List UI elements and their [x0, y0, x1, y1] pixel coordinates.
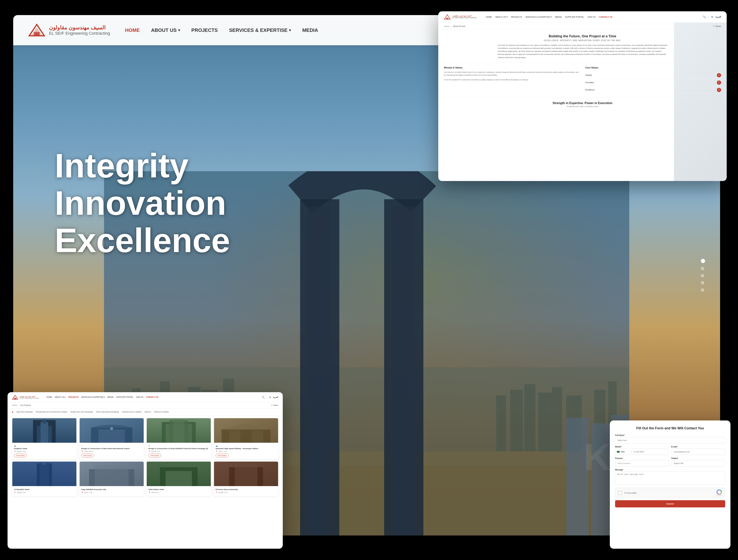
phone-number-input[interactable] — [631, 449, 669, 455]
email-field: E-mail* — [671, 446, 725, 455]
excellence-badge: 3 — [717, 88, 721, 92]
breadcrumb-share-button[interactable]: ↗ Share — [713, 25, 721, 27]
proj-share-button[interactable]: ↗ Share — [271, 404, 278, 406]
proj-card-1-location-icon: 📍 — [14, 451, 16, 452]
about-language-button[interactable]: العربية — [716, 16, 721, 18]
core-values-title: Core Values — [585, 66, 721, 69]
integrity-label: Integrity — [585, 74, 592, 76]
about-nav-projects[interactable]: PROJECTS — [511, 16, 522, 18]
filter-airports[interactable]: Airports — [144, 410, 151, 413]
scroll-dot-4[interactable] — [701, 281, 704, 285]
about-logo-english: EL SEIF Engineering Contracting — [453, 17, 476, 19]
proj-card-2-info: ✈ Design & Construction of New Doha Inte… — [79, 444, 144, 459]
svg-rect-69 — [165, 471, 192, 486]
proj-card-6-title: King Abdullah Economic City — [81, 488, 142, 491]
about-logo-svg — [444, 14, 451, 20]
scroll-dot-5[interactable] — [701, 288, 704, 292]
proj-search-icon[interactable]: 🔍 — [262, 396, 265, 398]
core-values-section: Core Values Integrity 1 Innovation 2 Exc… — [585, 66, 721, 94]
proj-card-4-btn[interactable]: View project — [216, 454, 229, 458]
about-nav-media[interactable]: MEDIA — [555, 16, 562, 18]
nav-media[interactable]: MEDIA — [302, 27, 318, 33]
about-nav-supplier[interactable]: SUPPLIER PORTAL — [565, 16, 584, 18]
innovation-label: Innovation — [585, 81, 594, 83]
about-dropdown-arrow: ▾ — [506, 16, 508, 18]
svg-rect-37 — [34, 32, 40, 36]
svg-rect-62 — [40, 463, 49, 486]
fullname-input[interactable] — [615, 437, 725, 444]
proj-nav-about[interactable]: ABOUT US▾ — [55, 396, 66, 398]
subject-input[interactable] — [671, 460, 725, 467]
nav-home[interactable]: HOME — [125, 27, 140, 33]
nav-about[interactable]: ABOUT US ▾ — [151, 27, 180, 33]
scroll-dot-3[interactable] — [701, 274, 704, 277]
filter-defense[interactable]: Defense Facilities — [154, 410, 169, 413]
proj-card-2-btn[interactable]: View project — [81, 454, 94, 458]
filter-healthcare[interactable]: Health care and Hospitality — [70, 410, 93, 413]
mobile-field: Mobile* 🇸🇦 +966 — [615, 446, 669, 455]
proj-card-5-location-icon: 📍 — [14, 492, 16, 494]
nav-projects[interactable]: PROJECTS — [191, 27, 218, 33]
proj-card-4-icon-row: 🚄 — [216, 445, 277, 447]
purpose-select[interactable]: Select purpose — [615, 460, 669, 467]
proj-nav-media[interactable]: MEDIA — [107, 396, 113, 398]
proj-card-1-btn[interactable]: View project — [14, 454, 27, 458]
proj-nav-services[interactable]: SERVICES & EXPERTISE▾ — [81, 396, 105, 398]
submit-button[interactable]: Submit — [615, 500, 725, 507]
email-input[interactable] — [671, 449, 725, 455]
about-nav-join[interactable]: JOIN US — [588, 16, 596, 18]
projects-grid-row2: Al Faisaliah Tower 📍 Riyadh, KSA — [8, 462, 283, 499]
svg-rect-45 — [40, 422, 48, 443]
breadcrumb-home[interactable]: Home — [444, 25, 449, 27]
proj-nav-contact[interactable]: CONTACT US — [146, 396, 158, 398]
services-dropdown-arrow: ▾ — [550, 16, 552, 18]
proj-nav-projects[interactable]: PROJECTS — [68, 396, 79, 398]
proj-card-8-image — [214, 462, 279, 486]
about-nav-services[interactable]: SERVICES & EXPERTISE ▾ — [525, 16, 551, 18]
proj-nav-supplier[interactable]: SUPPLIER PORTAL — [116, 396, 133, 398]
proj-language-button[interactable]: العربية — [273, 396, 278, 398]
mission-section: Mission & Values Our mission is to build… — [444, 66, 580, 94]
filter-highrise[interactable]: High-Rise Buildings — [16, 410, 33, 413]
proj-card-4-location-icon: 📍 — [216, 451, 218, 452]
about-search-icon[interactable]: 🔍 — [703, 15, 706, 18]
filter-specialized[interactable]: Other Specialized Buildings — [96, 410, 119, 413]
recaptcha-icon — [717, 490, 722, 495]
nav-services[interactable]: SERVICES & EXPERTISE ▾ — [229, 27, 291, 33]
about-hero-subtitle: EXCELLENCE, INTEGRITY, AND INNOVATION, E… — [446, 39, 719, 41]
about-settings-icon[interactable]: ⚙ — [711, 15, 713, 18]
about-nav-home[interactable]: HOME — [486, 16, 492, 18]
about-content-section: Mission & Values Our mission is to build… — [438, 63, 727, 98]
scroll-dot-1[interactable] — [701, 259, 705, 263]
proj-nav-join[interactable]: JOIN US — [136, 396, 143, 398]
about-hero-title: Building the Future, One Project at a Ti… — [446, 34, 719, 38]
proj-card-7-location: 📍 Abha, KSA — [148, 492, 209, 494]
proj-card-7-image — [146, 462, 211, 486]
filter-residential[interactable]: Residential and Commercial Complex — [36, 410, 67, 413]
proj-card-8-info: Princess Noura University 📍 Riyadh, KSA — [214, 487, 279, 496]
logo-text-block: السيف مهندسون مقاولون EL SEIF Engineerin… — [49, 24, 110, 36]
about-nav-about[interactable]: ABOUT US ▾ — [495, 16, 508, 18]
recaptcha-box: I'm not a robot reCAPTCHA — [615, 488, 725, 498]
proj-nav-home[interactable]: HOME — [47, 396, 52, 398]
proj-breadcrumb-home[interactable]: Home — [12, 404, 17, 406]
svg-rect-58 — [229, 431, 240, 443]
svg-rect-41 — [14, 398, 16, 399]
proj-card-1-image — [12, 418, 77, 443]
scroll-dot-2[interactable] — [701, 267, 704, 270]
message-textarea[interactable] — [615, 472, 725, 485]
proj-settings-icon[interactable]: ⚙ — [269, 396, 271, 398]
contact-title: Fill Out the Form and We Will Contact Yo… — [615, 426, 725, 431]
proj-card-1-icon-row: 🏢 — [14, 445, 75, 447]
fullname-label: Full Name* — [615, 434, 725, 436]
filter-infrastructure[interactable]: Infrastructure & Utilities — [122, 410, 141, 413]
proj-card-2-icon-row: ✈ — [81, 445, 142, 447]
country-code-selector[interactable]: 🇸🇦 +966 — [615, 449, 630, 455]
about-strengths-section: Strength in Expertise. Power in Executio… — [438, 98, 727, 111]
proj-card-3-btn[interactable]: View project — [148, 454, 161, 458]
phone-input-wrap: 🇸🇦 +966 — [615, 449, 669, 455]
project-card-4: 🚄 Haramain High speed Railway - Passenge… — [214, 418, 279, 459]
recaptcha-checkbox[interactable] — [618, 491, 622, 495]
breadcrumb-path: Home › About El-Seif — [444, 25, 465, 27]
about-nav-contact[interactable]: CONTACT US — [599, 16, 613, 18]
